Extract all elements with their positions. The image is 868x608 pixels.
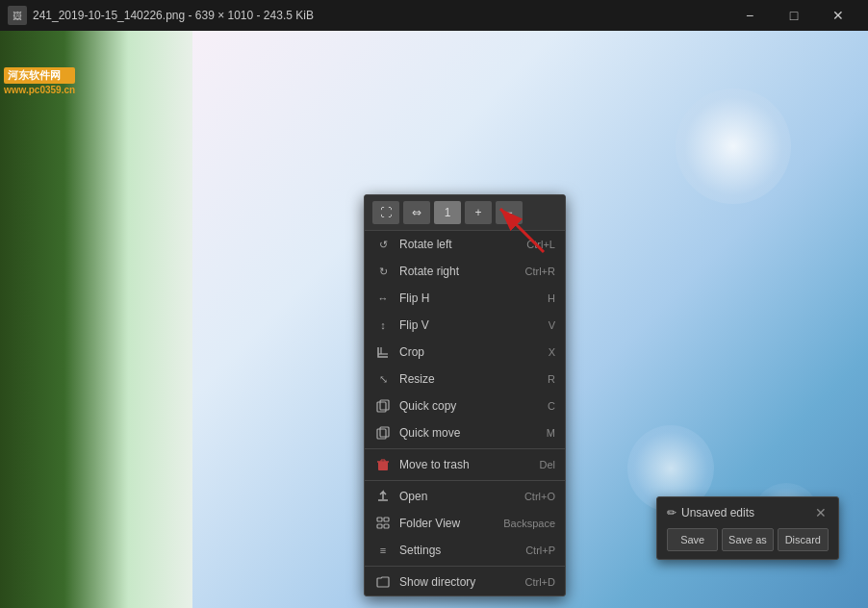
crop-shortcut: X bbox=[549, 346, 555, 358]
fit-button[interactable]: ⇔ bbox=[403, 201, 430, 224]
open-icon bbox=[374, 488, 392, 505]
menu-item-folder-view[interactable]: Folder View Backspace bbox=[365, 510, 565, 537]
resize-shortcut: R bbox=[548, 373, 555, 385]
quick-move-label: Quick move bbox=[399, 426, 539, 440]
show-directory-icon bbox=[374, 573, 392, 591]
quick-copy-shortcut: C bbox=[548, 400, 555, 412]
show-directory-shortcut: Ctrl+D bbox=[525, 576, 555, 588]
flip-v-label: Flip V bbox=[399, 318, 541, 332]
menu-item-resize[interactable]: ⤡ Resize R bbox=[365, 366, 565, 393]
rotate-left-icon: ↺ bbox=[374, 236, 392, 253]
move-to-trash-shortcut: Del bbox=[539, 459, 555, 470]
svg-rect-16 bbox=[384, 518, 389, 521]
menu-separator-2 bbox=[365, 480, 565, 481]
crop-icon bbox=[374, 343, 392, 361]
titlebar: 🖼 241_2019-10-15_140226.png - 639 × 1010… bbox=[0, 0, 868, 31]
folder-view-shortcut: Backspace bbox=[503, 518, 555, 529]
show-directory-label: Show directory bbox=[399, 575, 518, 589]
watermark: 河东软件网 www.pc0359.cn bbox=[4, 67, 75, 95]
open-shortcut: Ctrl+O bbox=[524, 491, 555, 502]
main-window: 🖼 241_2019-10-15_140226.png - 639 × 1010… bbox=[0, 0, 868, 608]
unsaved-title: Unsaved edits bbox=[681, 506, 754, 519]
settings-icon: ≡ bbox=[374, 542, 392, 559]
svg-rect-8 bbox=[378, 462, 388, 470]
bokeh-circle-1 bbox=[676, 89, 791, 204]
flip-v-icon: ↕ bbox=[374, 317, 392, 334]
quick-copy-label: Quick copy bbox=[399, 399, 540, 413]
flip-h-icon: ↔ bbox=[374, 290, 392, 307]
resize-icon: ⤡ bbox=[374, 370, 392, 388]
unsaved-header: ✏ Unsaved edits ✕ bbox=[667, 505, 829, 520]
menu-separator-3 bbox=[365, 566, 565, 567]
menu-item-open[interactable]: Open Ctrl+O bbox=[365, 483, 565, 510]
menu-item-move-to-trash[interactable]: Move to trash Del bbox=[365, 451, 565, 478]
watermark-line1: 河东软件网 bbox=[4, 67, 75, 84]
save-as-button[interactable]: Save as bbox=[722, 528, 773, 551]
fullscreen-button[interactable]: ⛶ bbox=[372, 201, 399, 224]
minimize-button[interactable]: − bbox=[728, 0, 772, 31]
unsaved-edits-panel: ✏ Unsaved edits ✕ Save Save as Discard bbox=[656, 496, 839, 560]
menu-item-show-directory[interactable]: Show directory Ctrl+D bbox=[365, 569, 565, 595]
rotate-right-icon: ↻ bbox=[374, 263, 392, 280]
menu-item-settings[interactable]: ≡ Settings Ctrl+P bbox=[365, 537, 565, 564]
menu-separator-1 bbox=[365, 448, 565, 449]
folder-view-label: Folder View bbox=[399, 517, 496, 530]
folder-view-icon bbox=[374, 515, 392, 532]
svg-rect-18 bbox=[384, 524, 389, 528]
window-title: 241_2019-10-15_140226.png - 639 × 1010 -… bbox=[33, 9, 728, 22]
move-to-trash-label: Move to trash bbox=[399, 458, 531, 471]
menu-item-flip-v[interactable]: ↕ Flip V V bbox=[365, 312, 565, 339]
rotate-right-shortcut: Ctrl+R bbox=[525, 266, 555, 277]
unsaved-action-buttons: Save Save as Discard bbox=[667, 528, 829, 551]
menu-item-quick-copy[interactable]: Quick copy C bbox=[365, 393, 565, 419]
unsaved-title-area: ✏ Unsaved edits bbox=[667, 506, 754, 519]
watermark-line2: www.pc0359.cn bbox=[4, 85, 75, 95]
image-content: 河东软件网 www.pc0359.cn ⛶ ⇔ 1 + − bbox=[0, 31, 868, 608]
butterfly-area bbox=[0, 31, 192, 608]
settings-shortcut: Ctrl+P bbox=[525, 545, 555, 556]
pencil-icon: ✏ bbox=[667, 506, 677, 519]
red-arrow bbox=[476, 199, 553, 257]
crop-label: Crop bbox=[399, 345, 541, 359]
window-controls: − □ ✕ bbox=[728, 0, 860, 31]
quick-copy-icon bbox=[374, 397, 392, 415]
zoom-1-button[interactable]: 1 bbox=[434, 201, 461, 224]
quick-move-shortcut: M bbox=[547, 427, 555, 439]
unsaved-close-button[interactable]: ✕ bbox=[813, 505, 829, 520]
svg-rect-17 bbox=[377, 524, 382, 528]
resize-label: Resize bbox=[399, 372, 540, 386]
close-button[interactable]: ✕ bbox=[816, 0, 860, 31]
save-button[interactable]: Save bbox=[667, 528, 718, 551]
menu-item-quick-move[interactable]: Quick move M bbox=[365, 419, 565, 446]
menu-item-rotate-right[interactable]: ↻ Rotate right Ctrl+R bbox=[365, 258, 565, 285]
svg-line-1 bbox=[500, 209, 544, 252]
flip-h-label: Flip H bbox=[399, 291, 540, 305]
open-label: Open bbox=[399, 490, 517, 503]
flip-h-shortcut: H bbox=[548, 292, 555, 304]
rotate-right-label: Rotate right bbox=[399, 265, 518, 278]
flip-v-shortcut: V bbox=[549, 319, 555, 331]
discard-button[interactable]: Discard bbox=[778, 528, 829, 551]
menu-item-flip-h[interactable]: ↔ Flip H H bbox=[365, 285, 565, 312]
trash-icon bbox=[374, 456, 392, 473]
svg-rect-15 bbox=[377, 518, 382, 521]
app-icon: 🖼 bbox=[8, 6, 27, 25]
quick-move-icon bbox=[374, 424, 392, 442]
settings-label: Settings bbox=[399, 544, 518, 557]
maximize-button[interactable]: □ bbox=[772, 0, 816, 31]
menu-item-crop[interactable]: Crop X bbox=[365, 339, 565, 366]
